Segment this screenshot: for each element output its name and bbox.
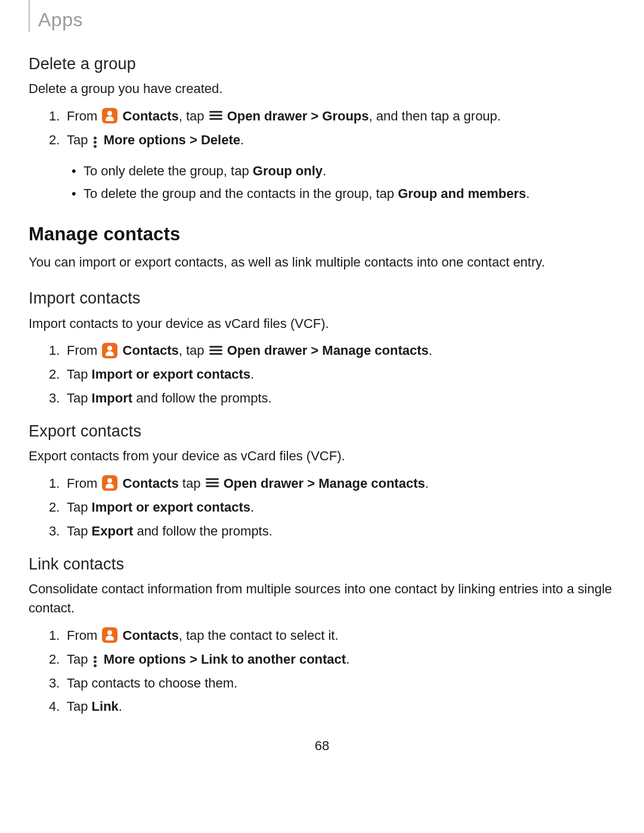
bold-text: More options [104,132,186,147]
paragraph: Delete a group you have created. [29,79,615,98]
text: . [250,367,254,382]
text: . [429,343,432,358]
bold-text: Group only [253,163,323,178]
text: Tap [67,524,92,538]
list-item: Tap Export and follow the prompts. [67,522,615,541]
text: . [240,132,244,147]
list-item: To delete the group and the contacts in … [83,184,615,203]
divider [29,0,30,32]
bullet-list: To only delete the group, tap Group only… [29,162,615,203]
text: tap [179,476,205,491]
bold-text: > [186,132,201,147]
bold-text: Open drawer [227,109,307,123]
list-item: From Contacts, tap the contact to select… [67,626,615,645]
text: and follow the prompts. [132,391,272,405]
bold-text: > [186,652,201,667]
bold-text: Import or export contacts [92,367,250,382]
bold-text: > [304,476,318,491]
heading-export-contacts: Export contacts [29,420,615,443]
page-number: 68 [29,736,615,755]
bold-text: Contacts [123,628,179,643]
text: Tap [67,132,92,147]
text: From [67,109,101,123]
bold-text: More options [104,652,186,667]
bold-text: Delete [201,132,240,147]
list-item: From Contacts tap Open drawer > Manage c… [67,474,615,493]
text: From [67,628,101,643]
text: , tap [179,343,208,358]
bold-text: > [307,109,322,123]
heading-import-contacts: Import contacts [29,287,615,310]
heading-link-contacts: Link contacts [29,553,615,576]
text: and follow the prompts. [133,524,273,538]
text: To delete the group and the contacts in … [83,186,398,201]
ordered-list: From Contacts tap Open drawer > Manage c… [29,474,615,541]
text: From [67,476,101,491]
drawer-icon [209,346,222,355]
text: Tap [67,699,92,714]
paragraph: Export contacts from your device as vCar… [29,447,615,466]
drawer-icon [209,111,222,120]
bold-text: Contacts [123,476,179,491]
section-header: Apps [29,0,615,32]
contacts-icon [102,627,117,643]
bold-text: Open drawer [224,476,304,491]
ordered-list: From Contacts, tap Open drawer > Groups,… [29,107,615,150]
bold-text: Link [92,699,119,714]
text: , tap the contact to select it. [179,628,339,643]
section-label: Apps [38,6,83,33]
text: . [250,500,254,515]
text: , and then tap a group. [369,109,501,123]
list-item: Tap More options > Link to another conta… [67,650,615,669]
list-item: To only delete the group, tap Group only… [83,162,615,181]
bold-text: > [307,343,322,358]
heading-manage-contacts: Manage contacts [29,221,615,248]
bold-text: Link to another contact [201,652,346,667]
bold-text: Contacts [123,343,179,358]
bold-text: Manage contacts [318,476,425,491]
contacts-icon [102,108,117,123]
contacts-icon [102,343,117,358]
bold-text: Contacts [123,109,179,123]
text: . [346,652,349,667]
contacts-icon [102,475,117,491]
bold-text: Export [92,524,134,538]
text: . [323,163,326,178]
text: . [526,186,530,201]
paragraph: You can import or export contacts, as we… [29,253,615,272]
text: From [67,343,101,358]
paragraph: Consolidate contact information from mul… [29,580,615,618]
bold-text: Group and members [398,186,526,201]
text: . [425,476,429,491]
bold-text: Import or export contacts [92,500,250,515]
page: Apps Delete a group Delete a group you h… [0,0,644,833]
list-item: Tap Import and follow the prompts. [67,389,615,408]
paragraph: Import contacts to your device as vCard … [29,314,615,333]
list-item: Tap contacts to choose them. [67,674,615,693]
list-item: From Contacts, tap Open drawer > Groups,… [67,107,615,126]
ordered-list: From Contacts, tap Open drawer > Manage … [29,341,615,408]
more-options-icon [93,655,98,668]
text: Tap [67,391,92,405]
text: Tap [67,652,92,667]
list-item: From Contacts, tap Open drawer > Manage … [67,341,615,360]
ordered-list: From Contacts, tap the contact to select… [29,626,615,717]
list-item: Tap More options > Delete. [67,131,615,150]
heading-delete-group: Delete a group [29,52,615,76]
bold-text: Import [92,391,132,405]
text: . [119,699,122,714]
text: , tap [179,109,208,123]
list-item: Tap Link. [67,697,615,716]
text: To only delete the group, tap [83,163,253,178]
text: Tap [67,367,92,382]
more-options-icon [93,135,98,148]
bold-text: Groups [322,109,369,123]
bold-text: Manage contacts [322,343,429,358]
list-item: Tap Import or export contacts. [67,498,615,517]
bold-text: Open drawer [227,343,307,358]
list-item: Tap Import or export contacts. [67,365,615,384]
drawer-icon [206,478,219,488]
text: Tap [67,500,92,515]
